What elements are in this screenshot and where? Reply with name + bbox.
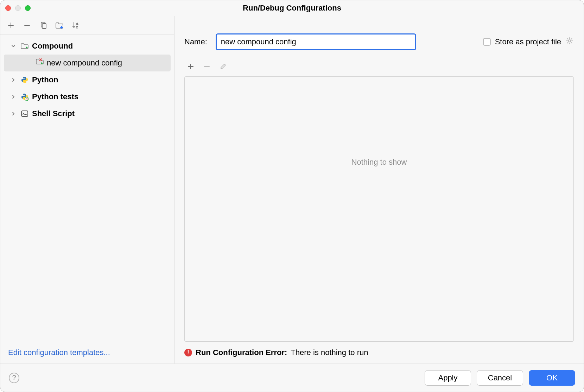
error-prefix: Run Configuration Error:	[196, 348, 287, 357]
close-window-icon[interactable]	[5, 5, 11, 11]
compound-folder-icon	[20, 42, 29, 51]
svg-rect-1	[42, 24, 46, 29]
store-checkbox[interactable]	[483, 38, 491, 46]
run-debug-config-dialog: Run/Debug Configurations az	[0, 0, 584, 392]
gear-icon[interactable]	[565, 37, 574, 47]
chevron-right-icon	[11, 109, 17, 118]
config-list-box[interactable]: Nothing to show	[184, 76, 574, 342]
apply-button[interactable]: Apply	[425, 370, 471, 386]
sidebar: az Compound new compoun	[0, 16, 174, 363]
window-title: Run/Debug Configurations	[243, 4, 341, 13]
shell-script-icon	[20, 109, 29, 118]
error-message: There is nothing to run	[291, 348, 368, 357]
tree-node-python-tests[interactable]: Python tests	[0, 88, 174, 105]
name-label: Name:	[184, 37, 207, 46]
zoom-window-icon[interactable]	[25, 5, 31, 11]
error-icon: !	[184, 349, 192, 356]
store-as-project-file: Store as project file	[483, 37, 574, 47]
tree-node-label: Shell Script	[32, 109, 75, 118]
svg-point-6	[569, 40, 571, 42]
help-icon[interactable]: ?	[9, 373, 19, 383]
python-icon	[20, 75, 29, 84]
compound-config-error-icon	[36, 58, 45, 68]
svg-text:z: z	[76, 25, 78, 29]
remove-item-icon[interactable]	[203, 63, 210, 72]
svg-rect-5	[21, 111, 28, 116]
tree-node-python[interactable]: Python	[0, 71, 174, 88]
ok-button[interactable]: OK	[529, 370, 575, 386]
dialog-footer: ? Apply Cancel OK	[0, 363, 584, 392]
tree-node-label: Python	[32, 75, 58, 84]
store-label: Store as project file	[495, 37, 561, 46]
main-panel: Name: Store as project file	[174, 16, 584, 363]
edit-templates-link[interactable]: Edit configuration templates...	[0, 348, 174, 363]
name-input[interactable]	[216, 33, 416, 50]
chevron-right-icon	[11, 92, 17, 101]
tree-child-compound-selected[interactable]: new compound config	[4, 55, 171, 71]
edit-item-icon[interactable]	[220, 63, 227, 72]
config-list-section: Nothing to show	[174, 54, 584, 342]
add-config-icon[interactable]	[7, 21, 15, 30]
chevron-right-icon	[11, 75, 17, 84]
name-row: Name: Store as project file	[174, 16, 584, 54]
empty-text: Nothing to show	[351, 158, 407, 167]
chevron-down-icon	[11, 42, 17, 51]
sidebar-toolbar: az	[0, 16, 174, 35]
copy-config-icon[interactable]	[39, 21, 47, 30]
tree-node-label: Compound	[32, 42, 73, 51]
tree-node-compound[interactable]: Compound	[0, 38, 174, 55]
cancel-button[interactable]: Cancel	[477, 370, 523, 386]
config-tree[interactable]: Compound new compound config Python	[0, 35, 174, 348]
tree-node-label: Python tests	[32, 92, 78, 101]
python-tests-icon	[20, 92, 29, 101]
remove-config-icon[interactable]	[23, 21, 31, 30]
tree-node-shell-script[interactable]: Shell Script	[0, 105, 174, 122]
sort-alpha-icon[interactable]: az	[71, 21, 80, 30]
minimize-window-icon[interactable]	[15, 5, 21, 11]
save-to-folder-icon[interactable]	[55, 21, 64, 30]
dialog-body: az Compound new compoun	[0, 16, 584, 363]
titlebar: Run/Debug Configurations	[0, 0, 584, 16]
config-list-toolbar	[184, 60, 574, 74]
error-row: ! Run Configuration Error: There is noth…	[174, 342, 584, 357]
svg-text:a: a	[76, 22, 78, 25]
tree-child-label: new compound config	[47, 58, 122, 68]
window-controls	[5, 5, 31, 11]
add-item-icon[interactable]	[187, 63, 194, 72]
